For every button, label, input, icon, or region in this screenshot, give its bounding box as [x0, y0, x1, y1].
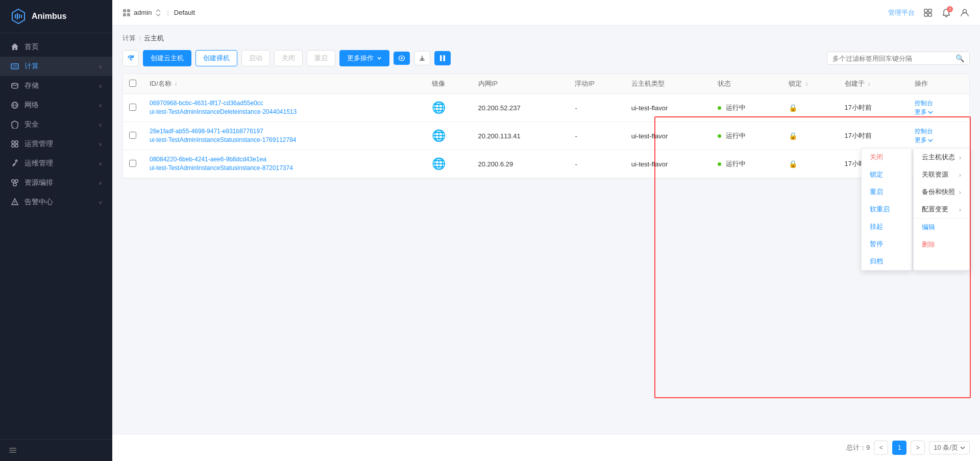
total-count: 总计：9: [846, 443, 870, 452]
dropdown-item-soft-reboot[interactable]: 软重启: [862, 201, 912, 218]
compute-icon: [10, 62, 19, 71]
svg-point-19: [14, 203, 15, 204]
dropdown-item-delete[interactable]: 删除: [914, 236, 969, 253]
image-icon-2: 🌐: [432, 129, 446, 142]
dropdown-item-archive[interactable]: 归档: [862, 253, 912, 270]
sort-id-icon[interactable]: ↕: [175, 81, 177, 87]
sidebar-item-network[interactable]: 网络 ∨: [0, 95, 112, 115]
topbar-username: admin: [134, 9, 152, 16]
svg-rect-29: [924, 13, 927, 16]
refresh-button[interactable]: [122, 50, 139, 66]
more-dropdown-trigger-1[interactable]: 更多: [915, 108, 963, 116]
search-input[interactable]: [832, 55, 955, 62]
security-arrow-icon: ∨: [99, 122, 102, 128]
lock-icon-3: 🔒: [789, 160, 797, 168]
console-link-1[interactable]: 控制台: [915, 100, 933, 107]
col-action: 操作: [909, 74, 969, 94]
dropdown-item-close[interactable]: 关闭: [862, 149, 912, 166]
select-all-checkbox[interactable]: [129, 80, 136, 87]
sort-lock-icon[interactable]: ↕: [805, 81, 808, 87]
dropdown-item-backup-snapshot[interactable]: 备份和快照: [914, 183, 969, 201]
dropdown-item-reboot[interactable]: 重启: [862, 183, 912, 201]
instance-id-link-2[interactable]: 26e1fadf-ab55-4698-9471-e831b8776197: [150, 127, 420, 136]
sidebar-item-maintenance[interactable]: 运维管理 ∨: [0, 154, 112, 173]
svg-rect-6: [12, 65, 17, 68]
topbar-layout-icon[interactable]: [923, 8, 933, 18]
col-internal-ip: 内网IP: [472, 74, 569, 94]
breadcrumb-parent[interactable]: 计算: [122, 34, 136, 43]
refresh-icon: [127, 55, 134, 62]
more-chevron-icon-1: [928, 110, 933, 114]
dropdown-item-suspend[interactable]: 挂起: [862, 218, 912, 235]
download-button[interactable]: [414, 51, 430, 65]
topbar-user-avatar[interactable]: [960, 8, 970, 18]
row-checkbox-2[interactable]: [129, 132, 136, 139]
svg-point-33: [401, 57, 403, 59]
svg-rect-26: [127, 13, 130, 16]
sidebar-item-home[interactable]: 首页: [0, 37, 112, 57]
start-button[interactable]: 启动: [241, 50, 270, 66]
svg-rect-13: [12, 144, 14, 147]
svg-rect-16: [15, 180, 18, 182]
prev-page-button[interactable]: <: [874, 441, 888, 455]
flavor-3: ui-test-flavor: [625, 150, 712, 178]
logo-icon: [10, 8, 27, 25]
stop-button[interactable]: 关闭: [274, 50, 303, 66]
switch-icon[interactable]: [155, 9, 162, 16]
more-dropdown-menu: 关闭 锁定 重启 软重启 挂起 暂停 归档 云主机状态 关联资源 备份和快照 配…: [861, 148, 970, 271]
orchestration-icon: [10, 178, 19, 187]
dropdown-left-panel: 关闭 锁定 重启 软重启 挂起 暂停 归档: [861, 148, 912, 271]
sidebar-item-orchestration[interactable]: 资源编排 ∨: [0, 173, 112, 192]
topbar: admin | Default 管理平台 3: [112, 0, 980, 26]
more-ops-button[interactable]: 更多操作: [339, 50, 389, 66]
dropdown-item-pause[interactable]: 暂停: [862, 235, 912, 253]
col-floating-ip: 浮动IP: [569, 74, 625, 94]
create-bare-button[interactable]: 创建裸机: [195, 50, 237, 66]
status-dot-2: [718, 134, 721, 138]
search-box: 🔍: [827, 52, 970, 65]
sidebar-item-storage[interactable]: 存储 ∨: [0, 76, 112, 95]
sort-created-icon[interactable]: ↕: [868, 81, 870, 87]
created-1: 17小时前: [839, 94, 909, 122]
dropdown-item-edit[interactable]: 编辑: [914, 219, 969, 236]
svg-rect-20: [9, 448, 16, 449]
sidebar-collapse-btn[interactable]: [0, 439, 112, 461]
pause-button[interactable]: [434, 51, 451, 65]
instance-name-link-3[interactable]: ui-test-TestAdminInstanceStatusinstance-…: [150, 164, 420, 173]
grid-icon: [122, 9, 131, 17]
create-vm-button[interactable]: 创建云主机: [143, 50, 191, 66]
status-label-1: 运行中: [726, 104, 746, 111]
reboot-button[interactable]: 重启: [307, 50, 335, 66]
instance-id-link-1[interactable]: 06970968-bcbc-4631-8f17-cd36ad55e0cc: [150, 99, 420, 108]
dropdown-item-vm-status[interactable]: 云主机状态: [914, 149, 969, 166]
notification-badge: 3: [947, 6, 953, 12]
topbar-notification-icon[interactable]: 3: [941, 8, 951, 18]
more-ops-chevron-icon: [377, 56, 382, 61]
sidebar-item-compute[interactable]: 计算 ∨: [0, 57, 112, 76]
page-1-button[interactable]: 1: [892, 441, 906, 455]
row-checkbox-3[interactable]: [129, 160, 136, 167]
ops-arrow-icon: ∨: [99, 141, 102, 147]
topbar-mgmt-link[interactable]: 管理平台: [888, 8, 915, 17]
instance-name-link-1[interactable]: ui-test-TestAdminInstanceDeleteinstance-…: [150, 108, 420, 116]
dropdown-item-lock[interactable]: 锁定: [862, 166, 912, 183]
svg-rect-11: [12, 141, 14, 143]
page-size-selector[interactable]: 10 条/页: [929, 441, 970, 454]
sidebar-item-ops[interactable]: 运营管理 ∨: [0, 134, 112, 154]
table-row: 06970968-bcbc-4631-8f17-cd36ad55e0cc ui-…: [123, 94, 969, 122]
dropdown-item-associated-resources[interactable]: 关联资源: [914, 166, 969, 183]
instance-name-link-2[interactable]: ui-test-TestAdminInstanceStatusinstance-…: [150, 136, 420, 144]
instance-id-link-3[interactable]: 08084220-6beb-4241-aee6-9b8dcd43e1ea: [150, 155, 420, 164]
more-dropdown-trigger-2[interactable]: 更多: [915, 136, 963, 144]
console-link-2[interactable]: 控制台: [915, 128, 933, 135]
next-page-button[interactable]: >: [911, 441, 925, 455]
svg-rect-25: [123, 13, 126, 16]
floating-ip-1: -: [569, 94, 625, 122]
sidebar-item-alert[interactable]: 告警中心 ∨: [0, 192, 112, 212]
dropdown-item-config-change[interactable]: 配置变更: [914, 201, 969, 218]
collapse-icon: [8, 446, 17, 455]
row-checkbox-1[interactable]: [129, 104, 136, 111]
eye-button[interactable]: [394, 52, 410, 65]
sidebar-item-security[interactable]: 安全 ∨: [0, 115, 112, 134]
topbar-right: 管理平台 3: [888, 8, 970, 18]
